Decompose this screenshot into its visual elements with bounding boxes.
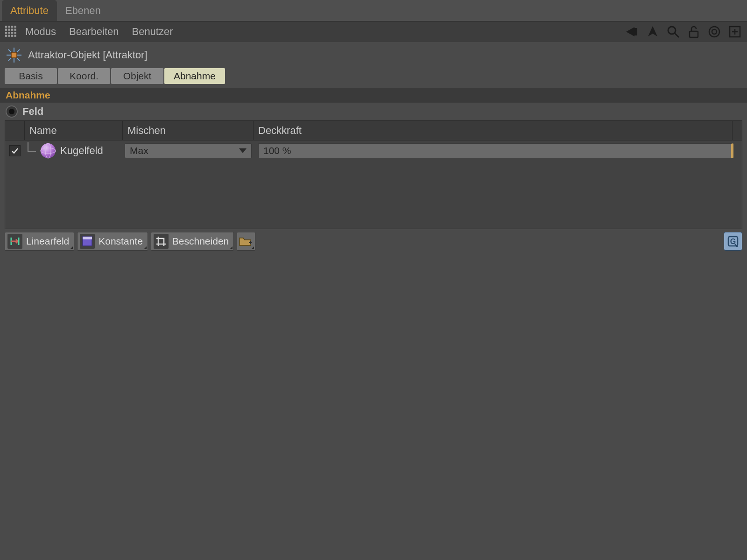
menu-benutzer[interactable]: Benutzer (132, 26, 173, 38)
row-enable-checkbox[interactable] (5, 145, 25, 156)
folder-add-button[interactable] (237, 232, 255, 251)
feld-radio[interactable] (6, 105, 18, 118)
subtab-objekt[interactable]: Objekt (111, 68, 163, 84)
cell-name[interactable]: Kugelfeld (25, 142, 123, 159)
object-title-row: Attraktor-Objekt [Attraktor] (0, 42, 747, 68)
group-button[interactable]: G (724, 232, 742, 251)
menu-modus[interactable]: Modus (25, 26, 56, 38)
konstante-icon (80, 234, 95, 249)
group-icon: G (726, 235, 740, 248)
svg-rect-8 (5, 32, 7, 34)
svg-rect-11 (14, 32, 16, 34)
fields-table: Name Mischen Deckkraft (5, 120, 742, 229)
cell-blend: Max (123, 143, 254, 158)
object-title: Attraktor-Objekt [Attraktor] (28, 49, 148, 61)
tree-elbow-icon (28, 142, 36, 152)
bottom-toolbar: Linearfeld Konstante Beschneiden G (0, 229, 747, 255)
svg-rect-13 (8, 35, 10, 37)
svg-rect-6 (11, 29, 13, 31)
table-empty-area[interactable] (5, 161, 742, 229)
svg-rect-5 (8, 29, 10, 31)
subtab-koord[interactable]: Koord. (58, 68, 110, 84)
menubar-right (625, 24, 742, 39)
feld-label: Feld (22, 105, 43, 118)
subtab-basis[interactable]: Basis (5, 68, 57, 84)
tab-attribute[interactable]: Attribute (2, 0, 57, 21)
section-header-abnahme: Abnahme (0, 88, 747, 103)
subtab-abnahme[interactable]: Abnahme (164, 68, 225, 84)
col-name: Name (25, 121, 123, 140)
svg-point-30 (41, 143, 56, 158)
svg-rect-9 (8, 32, 10, 34)
feld-row: Feld (0, 103, 747, 120)
blend-dropdown[interactable]: Max (125, 143, 252, 158)
svg-rect-7 (14, 29, 16, 31)
attractor-icon (5, 46, 23, 64)
linearfeld-label: Linearfeld (26, 236, 69, 247)
svg-rect-15 (14, 35, 16, 37)
row-name-label: Kugelfeld (60, 145, 103, 157)
svg-rect-0 (5, 26, 7, 28)
svg-rect-10 (11, 32, 13, 34)
menubar: Modus Bearbeiten Benutzer (0, 21, 747, 42)
col-enable (5, 121, 25, 140)
tab-ebenen[interactable]: Ebenen (57, 0, 109, 21)
nav-back-icon[interactable] (625, 24, 640, 39)
opacity-value: 100 % (263, 145, 291, 156)
linearfeld-button[interactable]: Linearfeld (5, 232, 74, 251)
col-opacity: Deckkraft (254, 121, 733, 140)
col-tail (733, 121, 742, 140)
svg-line-18 (675, 33, 679, 37)
col-blend: Mischen (123, 121, 254, 140)
menu-bearbeiten[interactable]: Bearbeiten (69, 26, 119, 38)
add-icon[interactable] (727, 24, 742, 39)
search-icon[interactable] (666, 24, 681, 39)
svg-rect-4 (5, 29, 7, 31)
svg-rect-36 (83, 237, 92, 239)
cell-opacity: 100 % (254, 143, 735, 158)
view-grid-icon[interactable] (5, 25, 18, 38)
konstante-button[interactable]: Konstante (77, 232, 148, 251)
target-icon[interactable] (707, 24, 722, 39)
svg-rect-29 (11, 52, 17, 58)
konstante-label: Konstante (99, 236, 143, 247)
beschneiden-button[interactable]: Beschneiden (151, 232, 234, 251)
svg-rect-3 (14, 26, 16, 28)
svg-point-20 (709, 27, 719, 37)
table-header: Name Mischen Deckkraft (5, 121, 742, 140)
nav-up-icon[interactable] (645, 24, 660, 39)
svg-point-21 (712, 29, 717, 34)
svg-point-17 (668, 27, 676, 34)
beschneiden-icon (154, 234, 169, 249)
linearfeld-icon (7, 234, 22, 249)
svg-rect-16 (634, 28, 637, 35)
svg-rect-12 (5, 35, 7, 37)
sphere-field-icon (40, 142, 56, 159)
folder-add-icon (239, 235, 253, 247)
svg-rect-1 (8, 26, 10, 28)
svg-rect-2 (11, 26, 13, 28)
table-row[interactable]: Kugelfeld Max 100 % (5, 140, 742, 161)
sub-tabs: Basis Koord. Objekt Abnahme (0, 68, 747, 88)
panel-tabs: Attribute Ebenen (0, 0, 747, 21)
blend-value: Max (130, 145, 148, 156)
svg-rect-19 (690, 31, 698, 37)
opacity-input[interactable]: 100 % (258, 143, 733, 158)
svg-rect-14 (11, 35, 13, 37)
beschneiden-label: Beschneiden (172, 236, 229, 247)
chevron-down-icon (239, 148, 247, 153)
lock-icon[interactable] (686, 24, 701, 39)
